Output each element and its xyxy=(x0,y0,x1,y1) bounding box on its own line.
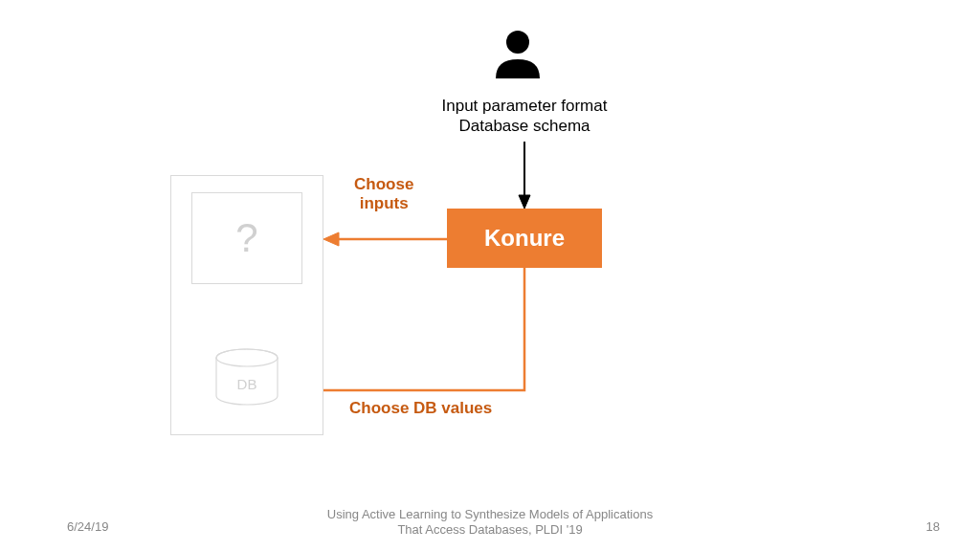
question-mark: ? xyxy=(235,215,257,261)
svg-marker-4 xyxy=(323,232,339,246)
svg-marker-2 xyxy=(519,195,530,209)
choose-db-label: Choose DB values xyxy=(349,399,492,418)
choose-inputs-line1: Choose xyxy=(354,175,413,194)
svg-point-0 xyxy=(506,31,529,54)
choose-inputs-line2: inputs xyxy=(354,194,413,213)
user-icon xyxy=(488,27,547,90)
slide: Input parameter format Database schema K… xyxy=(0,0,980,551)
footer-title: Using Active Learning to Synthesize Mode… xyxy=(0,507,980,539)
db-label: DB xyxy=(215,376,278,392)
user-input-text: Input parameter format Database schema xyxy=(419,96,630,137)
konure-label: Konure xyxy=(484,225,565,252)
question-box: ? xyxy=(191,192,302,284)
arrow-choose-inputs xyxy=(323,230,448,249)
arrow-user-to-konure xyxy=(517,142,532,210)
user-input-line2: Database schema xyxy=(419,116,630,136)
footer-title-line1: Using Active Learning to Synthesize Mode… xyxy=(0,507,980,522)
konure-box: Konure xyxy=(447,209,602,268)
choose-inputs-label: Choose inputs xyxy=(354,175,413,214)
footer-title-line2: That Access Databases, PLDI '19 xyxy=(0,522,980,538)
user-input-line1: Input parameter format xyxy=(419,96,630,116)
footer-page-number: 18 xyxy=(926,519,940,534)
